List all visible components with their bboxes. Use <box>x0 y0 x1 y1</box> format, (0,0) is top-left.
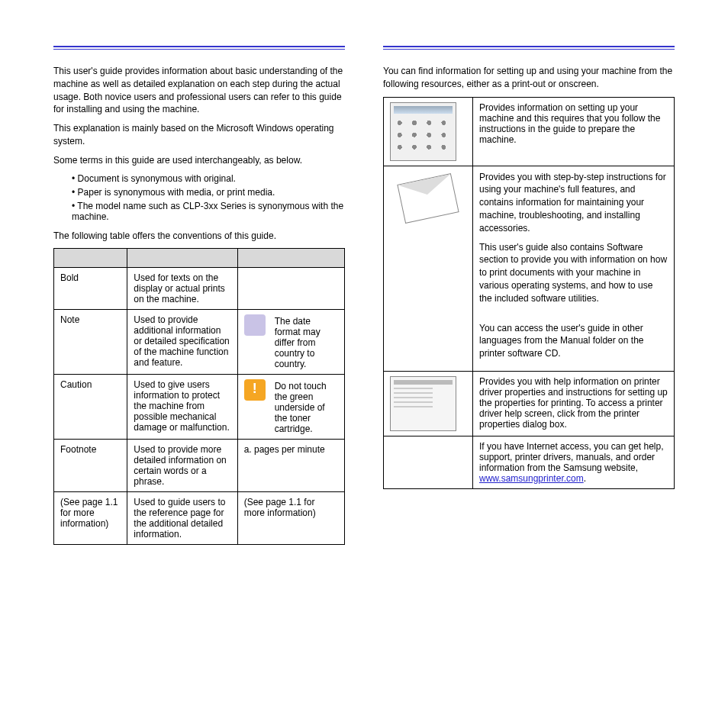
convention-name: Footnote <box>54 440 127 492</box>
convention-desc: Used to guide users to the reference pag… <box>127 492 237 545</box>
table-row: Footnote Used to provide more detailed i… <box>54 440 345 492</box>
table-row: Caution Used to give users information t… <box>54 375 345 440</box>
resource-text: . <box>584 473 586 484</box>
caution-icon <box>244 379 266 401</box>
table-row: Bold Used for texts on the display or ac… <box>54 268 345 310</box>
table-row: If you have Internet access, you can get… <box>384 436 675 488</box>
convention-example: a. pages per minute <box>237 440 344 492</box>
samsung-link[interactable]: www.samsungprinter.com <box>479 473 584 484</box>
convention-example <box>237 268 344 310</box>
left-column: This user's guide provides information a… <box>53 46 345 545</box>
resource-text: This user's guide also contains Software… <box>479 241 668 305</box>
resource-thumb-cell <box>384 371 473 436</box>
section-divider <box>383 46 675 47</box>
resource-desc: Provides information on setting up your … <box>473 97 675 166</box>
convention-example: The date format may differ from country … <box>237 310 344 375</box>
note-icon <box>244 314 266 336</box>
intro-paragraph: This user's guide provides information a… <box>53 65 345 116</box>
quick-install-thumbnail <box>390 102 456 161</box>
resource-thumb-cell <box>384 97 473 166</box>
table-row: Provides you with help information on pr… <box>384 371 675 436</box>
convention-name: (See page 1.1 for more information) <box>54 492 127 545</box>
resource-thumb-cell <box>384 436 473 488</box>
resource-desc: Provides you with help information on pr… <box>473 371 675 436</box>
right-column: You can find information for setting up … <box>383 46 675 545</box>
convention-desc: Used to provide additional information o… <box>127 310 237 375</box>
resource-desc: If you have Internet access, you can get… <box>473 436 675 488</box>
convention-example: Do not touch the green underside of the … <box>237 375 344 440</box>
section-divider <box>53 46 345 47</box>
bullet-item: • The model name such as CLP-3xx Series … <box>72 201 345 222</box>
bullet-list: • Document is synonymous with original. … <box>72 173 345 222</box>
convention-desc: Used to give users information to protec… <box>127 375 237 440</box>
resources-paragraph: You can find information for setting up … <box>383 65 675 91</box>
os-paragraph: This explanation is mainly based on the … <box>53 122 345 148</box>
conventions-table: Bold Used for texts on the display or ac… <box>53 248 345 545</box>
table-row: (See page 1.1 for more information) Used… <box>54 492 345 545</box>
resource-text: If you have Internet access, you can get… <box>479 441 663 473</box>
convention-example: (See page 1.1 for more information) <box>237 492 344 545</box>
convention-desc: Used for texts on the display or actual … <box>127 268 237 310</box>
resource-desc: Provides you with step-by-step instructi… <box>473 166 675 371</box>
convention-name: Bold <box>54 268 127 310</box>
bullet-item: • Document is synonymous with original. <box>72 173 345 184</box>
resource-text: You can access the user's guide in other… <box>479 322 668 360</box>
resource-text: Provides you with step-by-step instructi… <box>479 171 668 235</box>
convention-name: Caution <box>54 375 127 440</box>
resources-table: Provides information on setting up your … <box>383 97 675 489</box>
user-guide-thumbnail <box>397 173 459 224</box>
section-divider <box>53 49 345 50</box>
driver-help-thumbnail <box>390 376 456 431</box>
terms-paragraph: Some terms in this guide are used interc… <box>53 154 345 167</box>
convention-name: Note <box>54 310 127 375</box>
conventions-paragraph: The following table offers the conventio… <box>53 230 345 243</box>
convention-desc: Used to provide more detailed informatio… <box>127 440 237 492</box>
table-row: Provides information on setting up your … <box>384 97 675 166</box>
section-divider <box>383 49 675 50</box>
resource-thumb-cell <box>384 166 473 371</box>
bullet-item: • Paper is synonymous with media, or pri… <box>72 187 345 198</box>
table-row: Provides you with step-by-step instructi… <box>384 166 675 371</box>
table-row: Note Used to provide additional informat… <box>54 310 345 375</box>
